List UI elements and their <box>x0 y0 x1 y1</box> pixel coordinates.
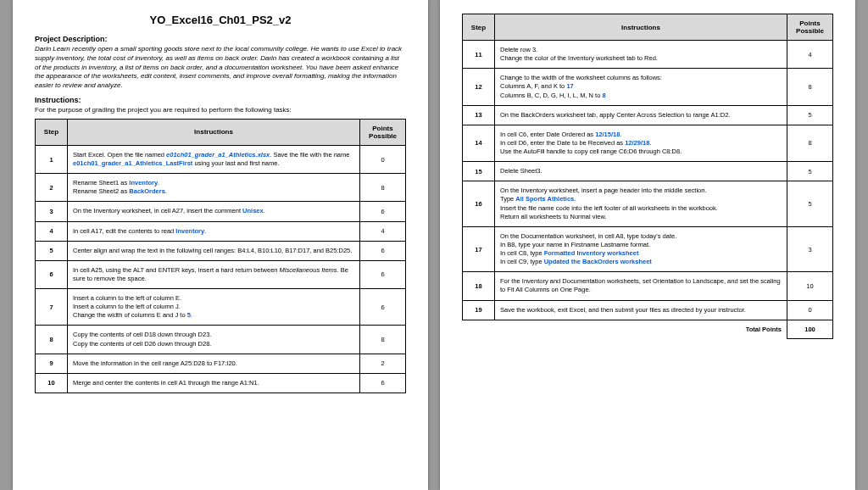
step-number: 9 <box>36 354 68 373</box>
step-instruction: On the BackOrders worksheet tab, apply C… <box>495 105 787 125</box>
table-row: 10 Merge and center the contents in cell… <box>36 373 406 393</box>
step-number: 11 <box>463 41 495 69</box>
step-number: 17 <box>463 226 495 272</box>
step-number: 7 <box>36 289 68 326</box>
step-number: 5 <box>36 241 68 260</box>
step-number: 8 <box>36 326 68 354</box>
page-1: YO_Excel16_Ch01_PS2_v2 Project Descripti… <box>13 0 428 490</box>
col-instructions: Instructions <box>495 14 787 41</box>
col-points: Points Possible <box>787 14 833 41</box>
step-points: 0 <box>360 145 406 173</box>
table-row: 15 Delete Sheet3. 5 <box>463 162 833 181</box>
table-row: 9 Move the information in the cell range… <box>36 354 406 373</box>
step-instruction: Merge and center the contents in cell A1… <box>68 373 360 393</box>
col-step: Step <box>36 119 68 145</box>
step-number: 4 <box>36 221 68 241</box>
step-instruction: In cell C6, enter Date Ordered as 12/15/… <box>495 125 787 161</box>
step-number: 6 <box>36 260 68 288</box>
step-number: 13 <box>463 105 495 125</box>
table-row: 17 On the Documentation worksheet, in ce… <box>463 226 833 272</box>
table-row: 16 On the Inventory worksheet, insert a … <box>463 181 833 227</box>
step-points: 8 <box>787 125 833 161</box>
doc-title: YO_Excel16_Ch01_PS2_v2 <box>35 14 406 26</box>
step-instruction: Save the workbook, exit Excel, and then … <box>495 300 787 320</box>
table-row: 12 Change to the width of the worksheet … <box>463 69 833 105</box>
step-instruction: Delete Sheet3. <box>495 162 787 181</box>
table-row: 3 On the Inventory worksheet, in cell A2… <box>36 202 406 221</box>
step-instruction: Rename Sheet1 as Inventory. Rename Sheet… <box>68 174 360 202</box>
step-points: 8 <box>360 174 406 202</box>
step-instruction: In cell A17, edit the contents to read I… <box>68 221 360 241</box>
table-row: 5 Center align and wrap the text in the … <box>36 241 406 260</box>
step-instruction: Copy the contents of cell D18 down throu… <box>68 326 360 354</box>
table-row: 11 Delete row 3. Change the color of the… <box>463 41 833 69</box>
table-row: 1 Start Excel. Open the file named e01ch… <box>36 145 406 173</box>
table-row: 8 Copy the contents of cell D18 down thr… <box>36 326 406 354</box>
total-label: Total Points <box>463 320 787 338</box>
project-desc-heading: Project Description: <box>35 35 406 43</box>
step-points: 5 <box>787 105 833 125</box>
step-number: 19 <box>463 300 495 320</box>
step-instruction: On the Inventory worksheet, in cell A27,… <box>68 202 360 221</box>
col-points: Points Possible <box>360 119 406 145</box>
table-row: 14 In cell C6, enter Date Ordered as 12/… <box>463 125 833 161</box>
table-row: 4 In cell A17, edit the contents to read… <box>36 221 406 241</box>
step-instruction: Start Excel. Open the file named e01ch01… <box>68 145 360 173</box>
step-points: 6 <box>360 202 406 221</box>
step-number: 16 <box>463 181 495 227</box>
step-points: 5 <box>787 181 833 227</box>
table-header-row: Step Instructions Points Possible <box>463 14 833 41</box>
table-row: 13 On the BackOrders worksheet tab, appl… <box>463 105 833 125</box>
step-points: 2 <box>360 354 406 373</box>
step-number: 10 <box>36 373 68 393</box>
step-number: 12 <box>463 69 495 105</box>
step-instruction: Insert a column to the left of column E.… <box>68 289 360 326</box>
col-step: Step <box>463 14 495 41</box>
col-instructions: Instructions <box>68 119 360 145</box>
table-row: 18 For the Inventory and Documentation w… <box>463 272 833 300</box>
total-row: Total Points 100 <box>463 320 833 338</box>
step-instruction: Delete row 3. Change the color of the In… <box>495 41 787 69</box>
step-points: 4 <box>787 41 833 69</box>
step-points: 8 <box>787 69 833 105</box>
step-number: 2 <box>36 174 68 202</box>
step-number: 14 <box>463 125 495 161</box>
total-points: 100 <box>787 320 833 338</box>
instructions-heading: Instructions: <box>35 96 406 104</box>
step-points: 6 <box>360 241 406 260</box>
table-header-row: Step Instructions Points Possible <box>36 119 406 145</box>
task-table-1: Step Instructions Points Possible 1 Star… <box>35 119 406 393</box>
step-number: 3 <box>36 202 68 221</box>
step-points: 8 <box>360 326 406 354</box>
table-row: 2 Rename Sheet1 as Inventory. Rename She… <box>36 174 406 202</box>
project-desc: Darin Learn recently open a small sporti… <box>35 45 406 91</box>
page-2: Step Instructions Points Possible 11 Del… <box>440 0 855 490</box>
step-points: 10 <box>787 272 833 300</box>
step-number: 1 <box>36 145 68 173</box>
step-points: 5 <box>787 162 833 181</box>
step-instruction: Move the information in the cell range A… <box>68 354 360 373</box>
step-points: 0 <box>787 300 833 320</box>
step-number: 15 <box>463 162 495 181</box>
table-row: 6 In cell A25, using the ALT and ENTER k… <box>36 260 406 288</box>
table-row: 19 Save the workbook, exit Excel, and th… <box>463 300 833 320</box>
step-instruction: Center align and wrap the text in the fo… <box>68 241 360 260</box>
step-instruction: On the Inventory worksheet, insert a pag… <box>495 181 787 227</box>
instructions-lead: For the purpose of grading the project y… <box>35 106 406 114</box>
step-points: 4 <box>360 221 406 241</box>
step-instruction: On the Documentation worksheet, in cell … <box>495 226 787 272</box>
step-instruction: In cell A25, using the ALT and ENTER key… <box>68 260 360 288</box>
step-points: 6 <box>360 373 406 393</box>
step-instruction: For the Inventory and Documentation work… <box>495 272 787 300</box>
table-row: 7 Insert a column to the left of column … <box>36 289 406 326</box>
step-instruction: Change to the width of the worksheet col… <box>495 69 787 105</box>
task-table-2: Step Instructions Points Possible 11 Del… <box>462 14 833 339</box>
step-number: 18 <box>463 272 495 300</box>
step-points: 3 <box>787 226 833 272</box>
step-points: 6 <box>360 260 406 288</box>
step-points: 6 <box>360 289 406 326</box>
